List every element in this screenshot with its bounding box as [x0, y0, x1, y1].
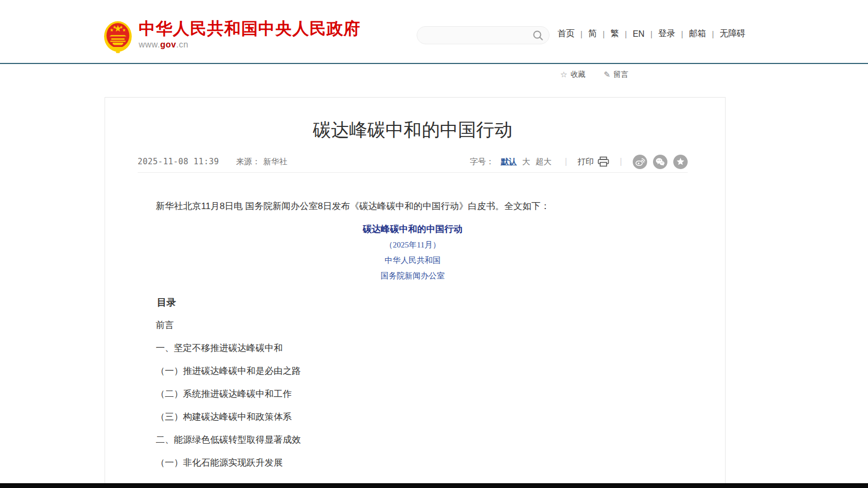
star-outline-icon: ☆ [560, 70, 567, 79]
article-meta-row: 2025-11-08 11:39 来源： 新华社 字号： 默认 大 超大 | 打… [138, 159, 688, 173]
star-icon [676, 157, 685, 166]
font-size-default[interactable]: 默认 [501, 157, 517, 167]
toc-item-1: 一、坚定不移推进碳达峰碳中和 [138, 341, 688, 355]
nav-link-6[interactable]: 无障碍 [714, 28, 751, 39]
document-date: （2025年11月） [138, 238, 688, 252]
search-icon[interactable] [532, 30, 544, 41]
brand-text: 中华人民共和国中央人民政府 www.gov.cn [139, 19, 361, 50]
printer-icon [598, 156, 609, 167]
national-emblem-logo [103, 20, 132, 55]
font-size-xlarge[interactable]: 超大 [536, 157, 552, 167]
article-card: 碳达峰碳中和的中国行动 2025-11-08 11:39 来源： 新华社 字号：… [105, 97, 726, 488]
comment-button[interactable]: ✎ 留言 [603, 70, 628, 79]
toc-list: 前言一、坚定不移推进碳达峰碳中和（一）推进碳达峰碳中和是必由之路（二）系统推进碳… [138, 318, 688, 470]
document-org-line1: 中华人民共和国 [138, 253, 688, 267]
toc-item-0: 前言 [138, 318, 688, 332]
nav-link-1[interactable]: 简 [583, 28, 603, 39]
toc-item-5: 二、能源绿色低碳转型取得显著成效 [138, 433, 688, 447]
favorite-label: 收藏 [570, 70, 585, 79]
document-org-line2: 国务院新闻办公室 [138, 269, 688, 283]
favorite-button[interactable]: ☆ 收藏 [560, 70, 585, 79]
search-input[interactable] [426, 27, 530, 44]
nav-link-2[interactable]: 繁 [604, 28, 625, 39]
site-title: 中华人民共和国中央人民政府 [139, 19, 361, 38]
comment-label: 留言 [614, 70, 628, 79]
wechat-icon [655, 157, 665, 167]
divider: | [565, 157, 567, 166]
share-wechat-button[interactable] [653, 155, 667, 169]
toc-item-6: （一）非化石能源实现跃升发展 [138, 456, 688, 470]
site-brand[interactable]: 中华人民共和国中央人民政府 www.gov.cn [103, 19, 361, 55]
toc-heading: 目录 [138, 295, 688, 309]
share-group [633, 155, 688, 169]
toc-item-4: （三）构建碳达峰碳中和政策体系 [138, 410, 688, 424]
nav-link-5[interactable]: 邮箱 [683, 28, 712, 39]
toc-item-2: （一）推进碳达峰碳中和是必由之路 [138, 364, 688, 378]
page-title: 碳达峰碳中和的中国行动 [138, 119, 688, 140]
article-actions: ☆ 收藏 ✎ 留言 [560, 70, 628, 79]
weibo-icon [635, 157, 645, 167]
bottom-edge-bar [0, 483, 868, 488]
share-weibo-button[interactable] [633, 155, 647, 169]
search-box[interactable] [417, 26, 550, 44]
nav-link-3[interactable]: EN [627, 29, 650, 39]
top-nav: 首页|简|繁|EN|登录|邮箱|无障碍 [558, 28, 751, 39]
publish-date: 2025-11-08 11:39 [138, 157, 219, 166]
print-button[interactable]: 打印 [578, 156, 609, 167]
article-body: 新华社北京11月8日电 国务院新闻办公室8日发布《碳达峰碳中和的中国行动》白皮书… [138, 173, 688, 470]
pencil-icon: ✎ [603, 70, 610, 79]
document-title: 碳达峰碳中和的中国行动 [138, 222, 688, 236]
meta-right: 字号： 默认 大 超大 | 打印 | [470, 155, 688, 169]
share-more-button[interactable] [673, 155, 688, 169]
toc-item-3: （二）系统推进碳达峰碳中和工作 [138, 387, 688, 401]
divider: | [620, 157, 622, 166]
site-url: www.gov.cn [139, 40, 361, 50]
nav-link-0[interactable]: 首页 [558, 28, 580, 39]
source-label: 来源： [236, 157, 260, 167]
meta-left: 2025-11-08 11:39 来源： 新华社 [138, 157, 288, 167]
print-label: 打印 [578, 157, 594, 167]
nav-link-4[interactable]: 登录 [652, 28, 681, 39]
font-size-large[interactable]: 大 [522, 157, 530, 167]
intro-paragraph: 新华社北京11月8日电 国务院新闻办公室8日发布《碳达峰碳中和的中国行动》白皮书… [138, 199, 688, 213]
site-header: 中华人民共和国中央人民政府 www.gov.cn 首页|简|繁|EN|登录|邮箱… [0, 0, 868, 64]
source-value[interactable]: 新华社 [264, 157, 288, 167]
font-size-label: 字号： [470, 157, 494, 167]
